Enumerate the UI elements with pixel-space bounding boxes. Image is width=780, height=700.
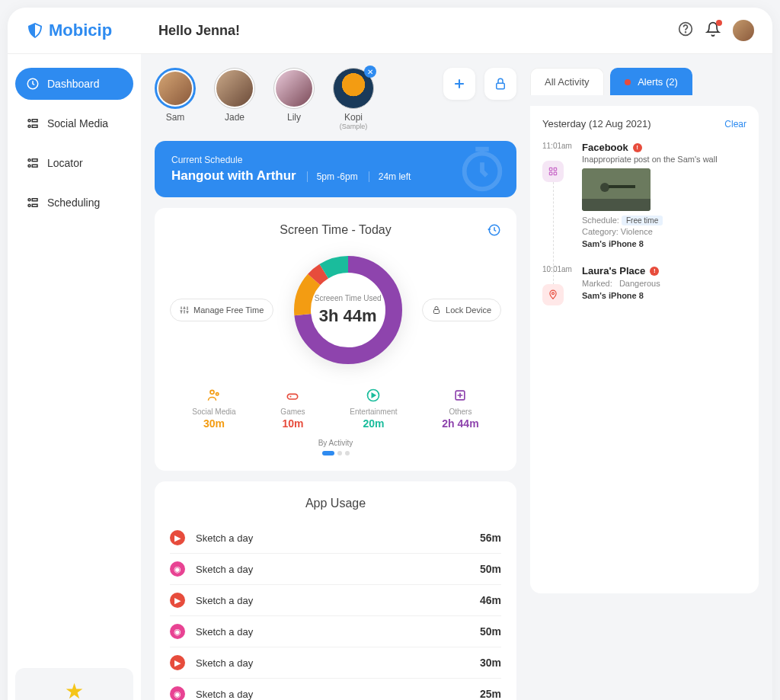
user-avatar[interactable] [733, 20, 754, 41]
alert-thumbnail [582, 168, 651, 211]
usage-row[interactable]: ◉ Sketch a day 25m [170, 679, 501, 700]
schedule-card[interactable]: Current Schedule Hangout with Arthur 5pm… [155, 141, 516, 197]
svg-point-1 [686, 32, 686, 33]
history-icon[interactable] [488, 223, 501, 240]
notification-icon[interactable] [705, 21, 721, 40]
svg-rect-31 [549, 172, 552, 175]
cat-name: Entertainment [350, 408, 397, 416]
donut-label: Screeen Time Used [315, 294, 382, 303]
app-usage-card: App Usage ▶ Sketch a day 56m ◉ Sketch a … [155, 481, 516, 700]
help-icon[interactable] [678, 21, 693, 40]
svg-point-24 [210, 390, 214, 394]
alert-device: Sam's iPhone 8 [582, 239, 746, 248]
brand-text: Mobicip [49, 21, 112, 40]
sidebar: Dashboard Social Media Locator Schedulin… [8, 54, 141, 700]
cat-entertainment[interactable]: Entertainment 20m [350, 386, 397, 430]
app-icon: ◉ [170, 624, 185, 639]
screen-time-title: Screen Time - Today [280, 223, 391, 236]
locator-icon [26, 156, 40, 170]
svg-rect-34 [582, 199, 651, 211]
cat-social[interactable]: Social Media 30m [192, 386, 235, 430]
button-label: Manage Free Time [193, 305, 264, 315]
svg-rect-10 [32, 165, 37, 167]
svg-rect-32 [554, 172, 557, 175]
nav-social-media[interactable]: Social Media [15, 107, 133, 139]
main-content: Sam Jade Lily ✕ K [141, 54, 772, 700]
alert-item[interactable]: 10:01am Laura's Place ! Marked: [542, 265, 746, 305]
svg-rect-13 [32, 199, 37, 201]
topbar: Mobicip Hello Jenna! [8, 8, 772, 54]
app-time: 50m [480, 563, 501, 575]
alert-desc: Inappropriate post on the Sam's wall [582, 155, 746, 164]
manage-free-time-button[interactable]: Manage Free Time [170, 299, 273, 321]
app-name: Sketch a day [196, 532, 253, 544]
app-name: Sketch a day [196, 564, 253, 575]
usage-row[interactable]: ▶ Sketch a day 30m [170, 647, 501, 679]
svg-rect-30 [554, 168, 557, 171]
lock-button[interactable] [484, 68, 516, 100]
danger-icon: ! [633, 143, 642, 152]
cat-games[interactable]: Games 10m [280, 386, 305, 430]
nav-locator[interactable]: Locator [15, 147, 133, 179]
nav-scheduling[interactable]: Scheduling [15, 187, 133, 219]
alert-item[interactable]: 11:01am Facebook ! Inappropriate p [542, 142, 746, 248]
danger-icon: ! [650, 267, 659, 276]
dashboard-icon [26, 77, 40, 91]
tab-all-activity[interactable]: All Activity [530, 68, 604, 95]
app-name: Sketch a day [196, 595, 253, 606]
profile-name: Kopi [333, 112, 374, 123]
screen-time-card: Screen Time - Today Manage Free Time [155, 208, 516, 471]
clear-link[interactable]: Clear [724, 119, 746, 129]
profile-kopi[interactable]: ✕ Kopi (Sample) [333, 68, 374, 130]
category-row: Social Media 30m Games 10m Entertainment… [170, 386, 501, 430]
screen-time-donut: Screeen Time Used 3h 44m [287, 249, 409, 371]
button-label: Lock Device [446, 305, 491, 315]
app-name: Sketch a day [196, 657, 253, 669]
sliders-icon [180, 305, 189, 315]
cat-value: 30m [192, 417, 235, 430]
usage-row[interactable]: ▶ Sketch a day 56m [170, 523, 501, 554]
star-icon: ★ [23, 679, 126, 700]
social-media-icon [205, 386, 223, 404]
app-time: 56m [480, 532, 501, 544]
nav-dashboard[interactable]: Dashboard [15, 68, 133, 100]
tab-label: Alerts (2) [638, 76, 678, 88]
schedule-label: Current Schedule [171, 155, 500, 165]
logo[interactable]: Mobicip [26, 21, 140, 40]
svg-point-25 [216, 393, 218, 395]
add-profile-button[interactable] [443, 68, 475, 100]
games-icon [283, 386, 302, 404]
svg-rect-23 [434, 310, 440, 314]
profile-name: Sam [155, 112, 196, 123]
profile-lily[interactable]: Lily [273, 68, 315, 123]
profile-jade[interactable]: Jade [214, 68, 255, 123]
notification-dot [716, 20, 722, 26]
lock-device-button[interactable]: Lock Device [422, 299, 501, 321]
app-icon: ▶ [170, 530, 185, 545]
svg-point-7 [28, 159, 30, 161]
alert-time: 11:01am [542, 142, 574, 150]
svg-rect-36 [609, 185, 635, 188]
svg-rect-6 [32, 125, 37, 127]
close-icon[interactable]: ✕ [364, 66, 376, 78]
nav-label: Scheduling [47, 197, 100, 209]
tab-alerts[interactable]: Alerts (2) [610, 68, 692, 95]
lock-icon [432, 305, 441, 315]
carousel-dots[interactable] [170, 451, 501, 455]
svg-rect-15 [497, 83, 505, 89]
profile-sam[interactable]: Sam [155, 68, 196, 123]
by-activity-label: By Activity [170, 439, 501, 447]
schedule-title: Hangout with Arthur [171, 168, 296, 184]
schedule-label: Schedule: [582, 216, 619, 225]
usage-row[interactable]: ◉ Sketch a day 50m [170, 554, 501, 585]
app-time: 46m [480, 594, 501, 606]
svg-point-11 [28, 199, 30, 201]
svg-point-37 [552, 292, 555, 295]
nav-label: Dashboard [47, 78, 100, 90]
clock-bg-icon [456, 142, 509, 196]
cat-others[interactable]: Others 2h 44m [442, 386, 478, 430]
usage-row[interactable]: ◉ Sketch a day 50m [170, 616, 501, 647]
usage-row[interactable]: ▶ Sketch a day 46m [170, 585, 501, 616]
app-name: Sketch a day [196, 626, 253, 638]
upgrade-card: ★ You are on a Standard plan Upgrade Now [15, 668, 133, 700]
